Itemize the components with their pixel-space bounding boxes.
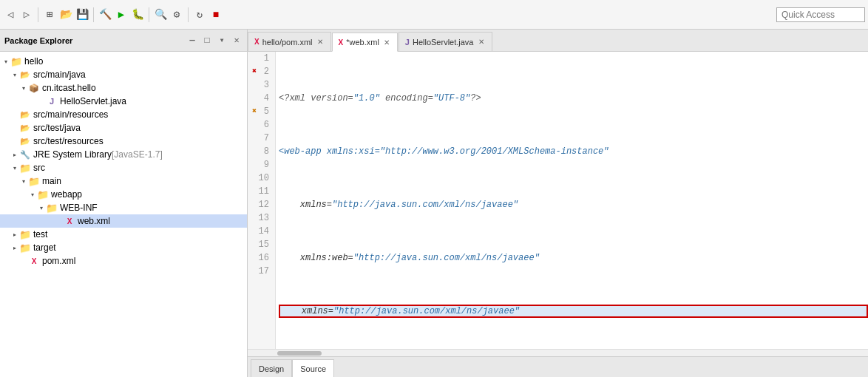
- debug-icon[interactable]: 🐛: [130, 7, 145, 22]
- tree-item-hello[interactable]: ▾ 📁 hello: [0, 55, 247, 68]
- line-num-3: 3: [251, 78, 272, 92]
- toolbar-sep-2: [93, 7, 94, 22]
- tree-item-webapp[interactable]: ▾ 📁 webapp: [0, 188, 247, 201]
- icon-cn-itcast-hello: 📦: [28, 83, 40, 93]
- icon-webxml: X: [64, 216, 75, 226]
- icon-hello: 📁: [10, 56, 22, 67]
- search-icon[interactable]: 🔍: [153, 7, 168, 22]
- code-line-5: xmlns="http://java.sun.com/xml/ns/javaee…: [279, 305, 868, 318]
- tab-close-webxml[interactable]: ✕: [382, 38, 391, 47]
- icon-main: 📁: [28, 176, 40, 186]
- icon-src-main-java: 📂: [19, 69, 31, 80]
- view-menu-icon[interactable]: ▾: [216, 35, 228, 47]
- line-num-8: 8: [251, 145, 272, 158]
- icon-webinf: 📁: [46, 203, 58, 213]
- code-line-3: xmlns="http://java.sun.com/xml/ns/javaee…: [279, 198, 868, 211]
- line-num-13: 13: [251, 211, 272, 225]
- tree-item-src[interactable]: ▾ 📁 src: [0, 161, 247, 174]
- tab-design[interactable]: Design: [251, 359, 292, 377]
- icon-src-test-res: 📂: [19, 136, 31, 146]
- open-icon[interactable]: 📂: [58, 7, 73, 22]
- line-num-9: 9: [251, 158, 272, 171]
- arrow-webapp: ▾: [28, 191, 37, 198]
- icon-test: 📁: [19, 229, 31, 240]
- arrow-jre: ▸: [10, 152, 19, 158]
- label-pomxml: pom.xml: [42, 256, 75, 266]
- tree-item-jre[interactable]: ▸ 🔧 JRE System Library [JavaSE-1.7]: [0, 148, 247, 161]
- label-webapp: webapp: [51, 189, 82, 200]
- arrow-main: ▾: [19, 178, 28, 185]
- tab-webxml[interactable]: X *web.xml ✕: [332, 33, 398, 52]
- label-main: main: [42, 176, 61, 186]
- tree-item-webinf[interactable]: ▾ 📁 WEB-INF: [0, 201, 247, 214]
- new-icon[interactable]: ⊞: [42, 7, 57, 22]
- minimize-icon[interactable]: —: [186, 35, 198, 47]
- tab-helloservlet[interactable]: J HelloServlet.java ✕: [399, 32, 492, 51]
- label-cn-itcast-hello: cn.itcast.hello: [42, 83, 96, 93]
- tab-close-helloservlet[interactable]: ✕: [477, 38, 486, 47]
- label-test: test: [33, 229, 47, 240]
- code-line-4: xmlns:web="http://java.sun.com/xml/ns/ja…: [279, 251, 868, 265]
- tab-source[interactable]: Source: [292, 359, 334, 377]
- build-icon[interactable]: 🔨: [98, 7, 112, 22]
- label-webxml: web.xml: [78, 216, 110, 226]
- quick-access-input[interactable]: [776, 7, 865, 22]
- maximize-icon[interactable]: □: [201, 35, 213, 47]
- toolbar-sep-1: [38, 7, 38, 22]
- arrow-webinf: ▾: [37, 205, 46, 211]
- scrollbar-thumb[interactable]: [277, 351, 322, 356]
- forward-icon[interactable]: ▷: [19, 7, 34, 22]
- save-icon[interactable]: 💾: [75, 7, 89, 22]
- tree-item-target[interactable]: ▸ 📁 target: [0, 241, 247, 254]
- tab-icon-webxml: X: [339, 38, 344, 47]
- tab-icon-helloservlet: J: [405, 38, 410, 47]
- main-container: Package Explorer — □ ▾ ✕ ▾ 📁 hello ▾ 📂 s…: [0, 30, 868, 377]
- code-line-1: <?xml version="1.0" encoding="UTF-8"?>: [279, 92, 868, 105]
- icon-src-main-res: 📂: [19, 109, 31, 120]
- tab-close-pom[interactable]: ✕: [316, 38, 325, 47]
- code-line-2: <web-app xmlns:xsi="http://www.w3.org/20…: [279, 145, 868, 158]
- main-toolbar: ◁ ▷ ⊞ 📂 💾 🔨 ▶ 🐛 🔍 ⚙ ↻ ■: [0, 0, 868, 30]
- line-num-17: 17: [251, 265, 272, 278]
- settings-icon[interactable]: ⚙: [169, 7, 184, 22]
- bottom-bar: Design Source: [248, 356, 868, 377]
- code-editor[interactable]: 1 ✖ 2 3 4 ✖ 5 6 7 8 9 10 11: [248, 52, 868, 349]
- toolbar-sep-3: [149, 7, 149, 22]
- horizontal-scrollbar[interactable]: [248, 349, 868, 356]
- code-content: 1 ✖ 2 3 4 ✖ 5 6 7 8 9 10 11: [248, 52, 868, 349]
- right-panel: X hello/pom.xml ✕ X *web.xml ✕ J HelloSe…: [248, 30, 868, 377]
- line-num-2: ✖ 2: [251, 65, 272, 78]
- tab-label-design: Design: [259, 364, 284, 373]
- line-num-4: 4: [251, 92, 272, 105]
- tree-item-src-main-res[interactable]: 📂 src/main/resources: [0, 108, 247, 121]
- tree-item-main[interactable]: ▾ 📁 main: [0, 174, 247, 188]
- line-num-6: 6: [251, 118, 272, 132]
- tree-item-webxml[interactable]: X web.xml: [0, 214, 247, 228]
- icon-helloservlet: J: [46, 96, 58, 106]
- run-icon[interactable]: ▶: [114, 7, 129, 22]
- package-tree: ▾ 📁 hello ▾ 📂 src/main/java ▾ 📦 cn.itcas…: [0, 52, 247, 377]
- package-explorer-title: Package Explorer: [4, 36, 183, 45]
- line-num-15: 15: [251, 238, 272, 251]
- tree-item-src-test-java[interactable]: 📂 src/test/java: [0, 121, 247, 135]
- tree-item-pomxml[interactable]: X pom.xml: [0, 254, 247, 268]
- stop-icon[interactable]: ■: [208, 7, 223, 22]
- label-src-main-res: src/main/resources: [33, 109, 108, 120]
- tree-item-test[interactable]: ▸ 📁 test: [0, 228, 247, 241]
- tree-item-helloservlet[interactable]: J HelloServlet.java: [0, 95, 247, 108]
- label-jre-version: [JavaSE-1.7]: [112, 149, 163, 160]
- line-num-16: 16: [251, 251, 272, 265]
- arrow-test: ▸: [10, 231, 19, 238]
- tree-item-src-test-res[interactable]: 📂 src/test/resources: [0, 135, 247, 148]
- icon-target: 📁: [19, 242, 31, 253]
- refresh-icon[interactable]: ↻: [192, 7, 207, 22]
- back-icon[interactable]: ◁: [3, 7, 18, 22]
- line-num-1: 1: [251, 52, 272, 65]
- tree-item-cn-itcast-hello[interactable]: ▾ 📦 cn.itcast.hello: [0, 81, 247, 95]
- editor-tabs: X hello/pom.xml ✕ X *web.xml ✕ J HelloSe…: [248, 30, 868, 52]
- warning-marker-5: ✖: [249, 106, 260, 117]
- panel-close-icon[interactable]: ✕: [231, 35, 243, 47]
- tab-pom[interactable]: X hello/pom.xml ✕: [248, 32, 331, 51]
- tree-item-src-main-java[interactable]: ▾ 📂 src/main/java: [0, 68, 247, 81]
- label-src-main-java: src/main/java: [33, 69, 86, 80]
